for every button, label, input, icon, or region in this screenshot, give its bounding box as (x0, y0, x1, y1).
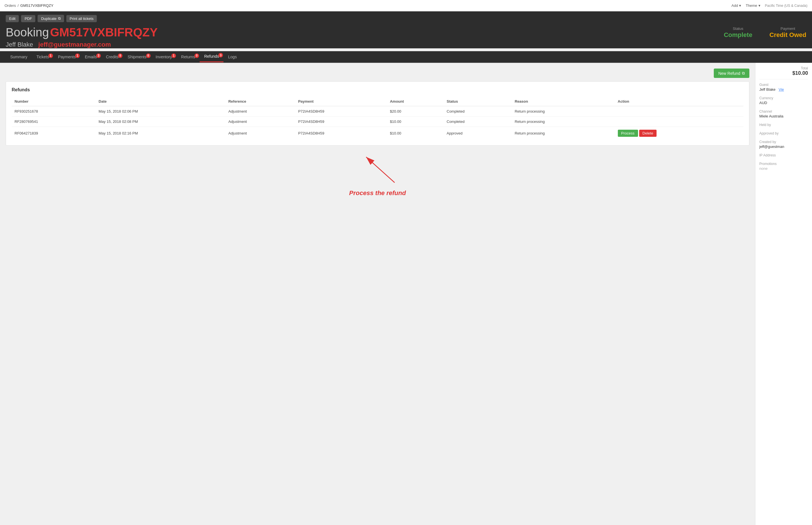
tab-summary[interactable]: Summary (6, 52, 32, 62)
tab-emails[interactable]: Emails3 (80, 52, 101, 62)
top-nav: Orders / GM517VXBIFRQZY Add ▾ Theme ▾ Pa… (0, 0, 812, 11)
cell-reference: Adjustment (226, 117, 295, 127)
status-label: Status (724, 27, 752, 31)
chevron-down-icon: ▾ (758, 3, 760, 8)
guest-name: Jeff Blake (6, 41, 33, 48)
status-value: Complete (724, 31, 752, 39)
tab-credits[interactable]: Credits0 (101, 52, 123, 62)
cell-amount: $20.00 (387, 106, 444, 117)
tab-refunds[interactable]: Refunds3 (200, 51, 223, 62)
booking-prefix: Booking (6, 26, 49, 39)
col-payment: Payment (295, 97, 387, 106)
payment-label: Payment (769, 27, 806, 31)
tab-payments[interactable]: Payments1 (54, 52, 80, 62)
approved-by-label: Approved by (759, 131, 808, 135)
guest-label: Guest (759, 83, 808, 87)
col-status: Status (444, 97, 512, 106)
cell-reason: Return processing (512, 127, 615, 140)
process-button[interactable]: Process (618, 130, 638, 137)
booking-status-area: Status Complete Payment Credit Owed (724, 27, 806, 39)
cell-payment: P72IA4SD8H59 (295, 117, 387, 127)
guest-link[interactable]: Vie (779, 87, 784, 92)
guest-email: jeff@guestmanager.com (39, 41, 111, 48)
channel-label: Channel (759, 109, 808, 114)
booking-id: GM517VXBIFRQZY (50, 26, 158, 39)
payment-block: Payment Credit Owed (769, 27, 806, 39)
guest-value: Jeff Blake (759, 87, 775, 92)
breadcrumb-orders[interactable]: Orders (4, 3, 16, 8)
cell-date: May 15, 2018 02:06 PM (96, 106, 226, 117)
annotation-area: Process the refund (6, 151, 749, 197)
theme-dropdown[interactable]: Theme ▾ (746, 3, 760, 8)
held-by-row: Held by (759, 123, 808, 127)
cell-status: Approved (444, 127, 512, 140)
add-dropdown[interactable]: Add ▾ (731, 3, 741, 8)
right-sidebar: Total $10.00 Guest Jeff Blake Vie Curren… (755, 63, 812, 525)
cell-status: Completed (444, 117, 512, 127)
pdf-button[interactable]: PDF (21, 15, 35, 22)
refunds-table: NumberDateReferencePaymentAmountStatusRe… (12, 97, 743, 140)
new-refund-bar: New Refund ⧉ (6, 69, 749, 78)
total-value: $10.00 (759, 70, 808, 79)
external-link-icon: ⧉ (58, 16, 61, 21)
header-toolbar: Edit PDF Duplicate ⧉ Print all tickets (6, 15, 806, 22)
refunds-card: Refunds NumberDateReferencePaymentAmount… (6, 81, 749, 146)
table-head: NumberDateReferencePaymentAmountStatusRe… (12, 97, 743, 106)
col-date: Date (96, 97, 226, 106)
top-nav-right: Add ▾ Theme ▾ Pacific Time (US & Canada) (731, 3, 808, 8)
created-by-row: Created by jeff@guestman (759, 140, 808, 149)
tab-logs[interactable]: Logs (223, 52, 241, 62)
table-body: RF930251678May 15, 2018 02:06 PMAdjustme… (12, 106, 743, 140)
channel-row: Channel Miele Australia (759, 109, 808, 118)
table-row: RF930251678May 15, 2018 02:06 PMAdjustme… (12, 106, 743, 117)
new-refund-button[interactable]: New Refund ⧉ (714, 69, 749, 78)
tab-tickets[interactable]: Tickets1 (32, 52, 54, 62)
annotation-text: Process the refund (349, 190, 406, 197)
promotions-row: Promotions none (759, 162, 808, 171)
ip-address-label: IP Address (759, 153, 808, 157)
duplicate-button[interactable]: Duplicate ⧉ (38, 15, 64, 22)
currency-value: AUD (759, 101, 808, 105)
cell-date: May 15, 2018 02:08 PM (96, 117, 226, 127)
chevron-down-icon: ▾ (739, 3, 741, 8)
approved-by-row: Approved by (759, 131, 808, 135)
created-by-label: Created by (759, 140, 808, 144)
cell-action: ProcessDelete (615, 127, 743, 140)
cell-reason: Return processing (512, 106, 615, 117)
cell-reason: Return processing (512, 117, 615, 127)
cell-status: Completed (444, 106, 512, 117)
cell-number: RF064271839 (12, 127, 96, 140)
table-row: RF064271839May 15, 2018 02:16 PMAdjustme… (12, 127, 743, 140)
currency-row: Currency AUD (759, 96, 808, 105)
col-action: Action (615, 97, 743, 106)
ip-address-row: IP Address (759, 153, 808, 157)
main-layout: New Refund ⧉ Refunds NumberDateReference… (0, 63, 812, 525)
cell-action (615, 106, 743, 117)
external-icon: ⧉ (742, 71, 745, 76)
cell-amount: $10.00 (387, 127, 444, 140)
delete-button[interactable]: Delete (639, 130, 657, 137)
print-button[interactable]: Print all tickets (66, 15, 97, 22)
cell-amount: $10.00 (387, 117, 444, 127)
cell-date: May 15, 2018 02:16 PM (96, 127, 226, 140)
tab-inventory[interactable]: Inventory1 (151, 52, 177, 62)
booking-email-row: Jeff Blake jeff@guestmanager.com (6, 41, 806, 48)
promotions-label: Promotions (759, 162, 808, 166)
content-area: New Refund ⧉ Refunds NumberDateReference… (0, 63, 755, 525)
edit-button[interactable]: Edit (6, 15, 19, 22)
tab-shipments[interactable]: Shipments0 (123, 52, 151, 62)
sub-nav: SummaryTickets1Payments1Emails3Credits0S… (0, 51, 812, 63)
breadcrumb-current: GM517VXBIFRQZY (20, 3, 53, 8)
cell-payment: P72IA4SD8H59 (295, 127, 387, 140)
cell-payment: P72IA4SD8H59 (295, 106, 387, 117)
cell-reference: Adjustment (226, 106, 295, 117)
cell-number: RF280769541 (12, 117, 96, 127)
col-reason: Reason (512, 97, 615, 106)
guest-row: Guest Jeff Blake Vie (759, 83, 808, 92)
svg-line-1 (366, 157, 395, 183)
header-bar: Edit PDF Duplicate ⧉ Print all tickets B… (0, 11, 812, 48)
refunds-title: Refunds (12, 87, 743, 92)
col-amount: Amount (387, 97, 444, 106)
channel-value: Miele Australia (759, 114, 808, 118)
tab-returns[interactable]: Returns0 (176, 52, 200, 62)
